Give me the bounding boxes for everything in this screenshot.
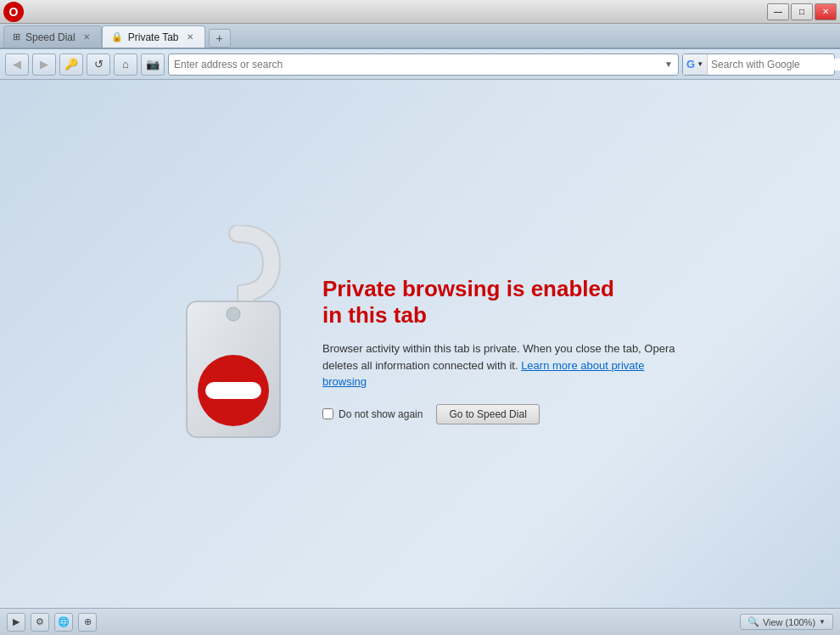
tab-bar: ⊞ Speed Dial ✕ 🔒 Private Tab ✕ +: [0, 24, 840, 49]
svg-rect-3: [205, 382, 261, 399]
status-add-icon[interactable]: ⊕: [78, 613, 97, 632]
key-button[interactable]: 🔑: [59, 53, 83, 76]
search-dropdown-arrow: ▼: [697, 60, 703, 68]
status-settings-icon[interactable]: ⚙: [31, 613, 49, 632]
status-bar: ▶ ⚙ 🌐 ⊕ 🔍 View (100%) ▼: [0, 608, 840, 635]
speed-dial-tab-label: Speed Dial: [25, 31, 76, 43]
google-icon: G: [686, 58, 695, 70]
do-not-show-checkbox[interactable]: [322, 408, 333, 419]
zoom-search-icon: 🔍: [748, 616, 759, 627]
private-tab-label: Private Tab: [128, 31, 179, 43]
tab-private[interactable]: 🔒 Private Tab ✕: [102, 25, 205, 48]
speed-dial-tab-icon: ⊞: [13, 31, 20, 42]
title-bar-left: O: [3, 2, 27, 22]
address-input[interactable]: [174, 59, 661, 70]
content-area: Private browsing is enabled in this tab …: [0, 80, 840, 608]
address-bar[interactable]: ▼: [168, 53, 679, 76]
tab-speed-dial[interactable]: ⊞ Speed Dial ✕: [3, 25, 102, 48]
title-bar: O — □ ✕: [0, 0, 840, 24]
private-tab-icon: 🔒: [111, 31, 123, 42]
maximize-button[interactable]: □: [791, 3, 813, 20]
status-right: 🔍 View (100%) ▼: [740, 614, 833, 630]
address-dropdown-icon[interactable]: ▼: [664, 59, 673, 69]
private-info-box: Private browsing is enabled in this tab …: [161, 225, 679, 463]
svg-point-1: [227, 307, 240, 321]
checkbox-text: Do not show again: [339, 408, 423, 420]
forward-button[interactable]: ▶: [32, 53, 56, 76]
go-to-speed-dial-button[interactable]: Go to Speed Dial: [436, 404, 539, 424]
window-controls: — □ ✕: [767, 3, 837, 20]
door-hanger-icon: [161, 225, 297, 463]
private-description: Browser activity within this tab is priv…: [322, 340, 679, 391]
home-button[interactable]: ⌂: [114, 53, 137, 76]
search-input[interactable]: [708, 59, 840, 70]
status-play-icon[interactable]: ▶: [7, 613, 25, 632]
camera-button[interactable]: 📷: [141, 53, 165, 76]
private-content: Private browsing is enabled in this tab …: [322, 225, 679, 424]
search-bar[interactable]: G ▼ 🔍: [682, 53, 835, 76]
minimize-button[interactable]: —: [767, 3, 789, 20]
new-tab-button[interactable]: +: [209, 29, 231, 48]
do-not-show-label[interactable]: Do not show again: [322, 408, 423, 420]
nav-bar: ◀ ▶ 🔑 ↺ ⌂ 📷 ▼ G ▼ 🔍: [0, 49, 840, 80]
status-globe-icon[interactable]: 🌐: [54, 613, 73, 632]
search-engine-button[interactable]: G ▼: [683, 54, 708, 75]
status-left: ▶ ⚙ 🌐 ⊕: [7, 613, 97, 632]
reload-button[interactable]: ↺: [87, 53, 110, 76]
zoom-indicator[interactable]: 🔍 View (100%) ▼: [740, 614, 833, 630]
private-actions: Do not show again Go to Speed Dial: [322, 404, 679, 424]
back-button[interactable]: ◀: [5, 53, 29, 76]
private-title: Private browsing is enabled in this tab: [322, 276, 679, 329]
zoom-dropdown-icon: ▼: [819, 618, 826, 626]
speed-dial-tab-close[interactable]: ✕: [81, 31, 92, 43]
private-tab-close[interactable]: ✕: [184, 31, 196, 43]
zoom-label: View (100%): [763, 617, 815, 627]
close-button[interactable]: ✕: [815, 3, 837, 20]
opera-logo: O: [3, 2, 24, 22]
